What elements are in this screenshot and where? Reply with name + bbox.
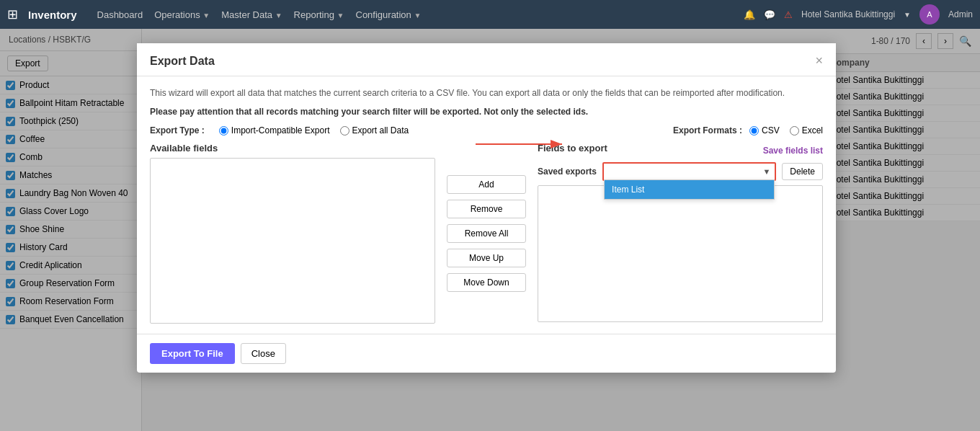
csv-label: CSV [762,125,780,135]
dropdown-item-list[interactable]: Item List [605,180,774,199]
format-radio-group: CSV Excel [749,125,823,135]
excel-label: Excel [802,125,823,135]
hotel-name: Hotel Santika Bukittinggi [801,9,895,19]
excel-radio[interactable]: Excel [790,125,823,135]
move-up-button[interactable]: Move Up [447,249,526,267]
nav-dashboard[interactable]: Dashboard [97,9,143,20]
export-all-radio[interactable]: Export all Data [340,125,409,135]
admin-label: Admin [948,9,973,19]
modal-footer: Export To File Close [137,334,836,373]
modal-warning: Please pay attention that all records ma… [150,107,823,117]
export-formats-label: Export Formats : [673,125,742,135]
nav-reporting[interactable]: Reporting ▼ [294,9,344,20]
saved-exports-select-wrapper: Item List ▼ Item List [602,162,776,181]
nav-configuration[interactable]: Configuration ▼ [356,9,422,20]
modal-title: Export Data [150,55,215,68]
fields-to-export-title: Fields to export [538,143,607,154]
delete-button[interactable]: Delete [782,163,823,180]
fields-to-export-panel: Fields to export Save fields list Saved … [538,143,823,324]
modal-body: This wizard will export all data that ma… [137,76,836,334]
chat-icon[interactable]: 💬 [764,9,775,20]
remove-button[interactable]: Remove [447,200,526,218]
add-button[interactable]: Add [447,175,526,194]
fields-action-buttons: Add Remove Remove All Move Up Move Down [435,143,538,324]
alert-icon[interactable]: ⚠ [784,9,793,20]
nav-master-data[interactable]: Master Data ▼ [221,9,282,20]
app-name: Inventory [28,9,77,21]
fields-section: Available fields Add Remove Remove All M… [150,143,823,324]
remove-all-button[interactable]: Remove All [447,224,526,243]
export-all-label: Export all Data [352,125,409,135]
top-navigation: ⊞ Inventory Dashboard Operations ▼ Maste… [0,0,980,29]
move-down-button[interactable]: Move Down [447,273,526,292]
avatar[interactable]: A [919,4,940,25]
available-fields-list[interactable] [150,158,435,324]
export-modal: Export Data × This wizard will export al… [137,43,836,373]
export-type-label: Export Type : [150,125,205,135]
export-to-file-button[interactable]: Export To File [150,343,235,364]
saved-exports-row: Saved exports Item List ▼ Item List [538,162,823,181]
saved-exports-select[interactable]: Item List [604,164,775,179]
export-fields-header: Fields to export Save fields list [538,143,823,158]
csv-radio[interactable]: CSV [749,125,780,135]
saved-exports-label: Saved exports [538,166,597,177]
export-options-row: Export Type : Import-Compatible Export E… [150,125,823,135]
import-compatible-radio[interactable]: Import-Compatible Export [219,125,330,135]
modal-close-button[interactable]: × [815,53,823,68]
nav-operations[interactable]: Operations ▼ [154,9,210,20]
app-grid-icon[interactable]: ⊞ [7,6,18,22]
export-formats-section: Export Formats : CSV Excel [673,125,823,135]
available-fields-panel: Available fields [150,143,435,324]
dropdown-popup: Item List [604,179,775,200]
modal-description: This wizard will export all data that ma… [150,86,823,99]
available-fields-title: Available fields [150,143,435,154]
export-type-radio-group: Import-Compatible Export Export all Data [219,125,409,135]
export-fields-list[interactable] [538,185,823,322]
close-button[interactable]: Close [241,343,286,364]
nav-icons: 🔔 💬 ⚠ Hotel Santika Bukittinggi ▼ A Admi… [744,4,973,25]
notification-icon[interactable]: 🔔 [744,9,755,20]
save-fields-list-button[interactable]: Save fields list [763,146,823,156]
modal-header: Export Data × [137,43,836,76]
import-compatible-label: Import-Compatible Export [231,125,330,135]
user-dropdown[interactable]: ▼ [904,11,911,19]
